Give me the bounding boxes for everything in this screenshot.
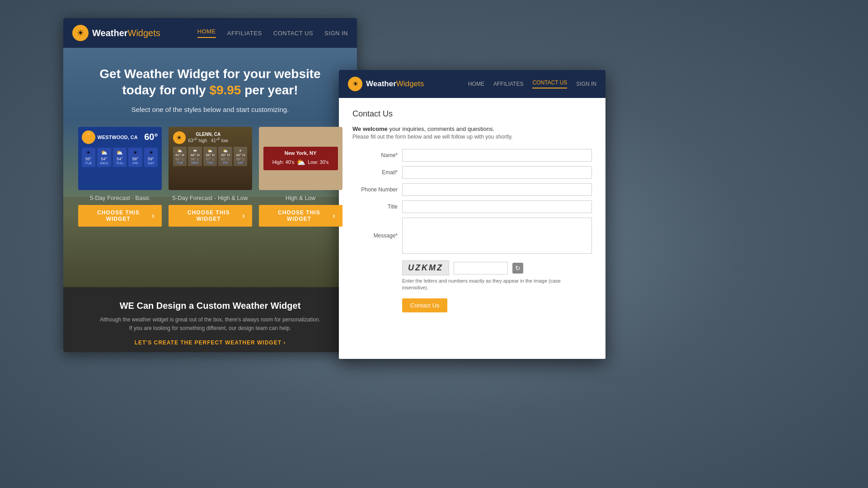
widget-basic-city: WESTWOOD, CA (98, 135, 138, 140)
form-input-message[interactable] (402, 218, 592, 254)
form-label-name: Name* (352, 152, 402, 158)
custom-link[interactable]: LET'S CREATE THE PERFECT WEATHER WIDGET … (81, 339, 339, 346)
widget-basic-temp: 60° (144, 132, 158, 142)
hero-price: $9.95 (209, 83, 241, 97)
logo-brand: Weather (92, 28, 128, 38)
form-input-email[interactable] (402, 166, 592, 179)
widget-preview-hilo: ☀ GLENN, CA 63°F high 41°F low ⛅ 41° H 6… (169, 127, 252, 190)
widget-ny-label: High & Low (259, 195, 343, 201)
contact-form-title: Contact Us (352, 109, 592, 119)
widget-cards: WESTWOOD, CA 60° ☀55°TUE ⛅54°WED ⛅54°THU… (72, 127, 348, 227)
main-nav: HOME AFFILIATES CONTACT US SIGN IN (197, 28, 348, 38)
captcha-refresh-button[interactable]: ↻ (512, 263, 523, 274)
captcha-note: Enter the letters and numbers exactly as… (402, 278, 592, 292)
nav-contact[interactable]: CONTACT US (273, 30, 313, 37)
contact-submit-button[interactable]: Contact Us (402, 298, 447, 312)
contact-welcome-sub: Please fill out the form below and we wi… (352, 134, 592, 140)
logo-area: ☀ WeatherWidgets (72, 25, 160, 41)
custom-desc-line2: If you are looking for something differe… (129, 325, 291, 331)
widget-ny-temps: High: 40's ⛅ Low: 30's (269, 158, 333, 167)
widget-basic-days: ☀55°TUE ⛅54°WED ⛅54°THU ☀58°FRI ☀59°SAT (82, 148, 158, 167)
form-label-phone: Phone Number (352, 186, 402, 193)
form-label-email: Email* (352, 169, 402, 176)
main-window: ☀ WeatherWidgets HOME AFFILIATES CONTACT… (63, 18, 357, 352)
form-label-title: Title (352, 204, 402, 210)
nav-affiliates[interactable]: AFFILIATES (227, 30, 262, 37)
captcha-image: UZKMZ (402, 260, 449, 275)
widget-basic-label: 5-Day Forecast - Basic (78, 195, 162, 201)
contact-logo-area: ☀ WeatherWidgets (348, 77, 424, 91)
contact-logo-text: WeatherWidgets (366, 79, 424, 88)
main-header: ☀ WeatherWidgets HOME AFFILIATES CONTACT… (63, 18, 357, 48)
contact-header: ☀ WeatherWidgets HOME AFFILIATES CONTACT… (339, 70, 605, 98)
contact-nav-affiliates[interactable]: AFFILIATES (493, 81, 523, 87)
form-label-message: Message* (352, 232, 402, 239)
form-row-title: Title (352, 200, 592, 213)
widget-ny-city: New York, NY (269, 150, 333, 156)
choose-widget-basic-button[interactable]: CHOOSE THIS WIDGET › (78, 205, 162, 227)
choose-widget-hilo-button[interactable]: CHOOSE THIS WIDGET › (169, 205, 252, 227)
widget-hilo-sun: ☀ (173, 131, 186, 144)
choose-widget-basic-arrow: › (152, 212, 155, 220)
choose-widget-hilo-arrow: › (242, 212, 245, 220)
widget-sun-icon (82, 130, 95, 144)
nav-home[interactable]: HOME (197, 28, 216, 38)
logo-icon: ☀ (72, 25, 89, 41)
widget-ny-inner: New York, NY High: 40's ⛅ Low: 30's (263, 147, 338, 170)
logo-suffix: Widgets (128, 28, 160, 38)
form-row-message: Message* (352, 218, 592, 254)
choose-widget-basic-label: CHOOSE THIS WIDGET (85, 209, 152, 222)
contact-welcome: We welcome your inquiries, comments and … (352, 125, 592, 132)
form-input-phone[interactable] (402, 183, 592, 196)
widget-preview-ny: New York, NY High: 40's ⛅ Low: 30's (259, 127, 343, 190)
captcha-note-line2: insensitive). (402, 285, 428, 290)
widget-card-basic: WESTWOOD, CA 60° ☀55°TUE ⛅54°WED ⛅54°THU… (78, 127, 162, 227)
form-input-title[interactable] (402, 200, 592, 213)
widget-hilo-label: 5-Day Forecast - High & Low (169, 195, 252, 201)
contact-body: Contact Us We welcome your inquiries, co… (339, 98, 605, 324)
form-row-email: Email* (352, 166, 592, 179)
captcha-note-line1: Enter the letters and numbers exactly as… (402, 278, 561, 284)
custom-link-text: LET'S CREATE THE PERFECT WEATHER WIDGET (135, 339, 282, 346)
custom-desc-line1: Although the weather widget is great out… (100, 316, 320, 323)
choose-widget-hilo-label: CHOOSE THIS WIDGET (175, 209, 243, 222)
contact-nav-home[interactable]: HOME (468, 81, 484, 87)
custom-section: WE Can Design a Custom Weather Widget Al… (63, 287, 357, 352)
contact-nav: HOME AFFILIATES CONTACT US SIGN IN (468, 79, 596, 88)
form-row-name: Name* (352, 149, 592, 162)
captcha-input[interactable] (454, 262, 508, 274)
contact-logo-suffix: Widgets (396, 79, 424, 88)
contact-logo-brand: Weather (366, 79, 396, 88)
choose-widget-ny-button[interactable]: CHOOSE THIS WIDGET › (259, 205, 343, 227)
contact-nav-contact[interactable]: CONTACT US (532, 79, 567, 88)
custom-desc: Although the weather widget is great out… (81, 316, 339, 333)
widget-hilo-temps: 63°F high 41°F low (188, 137, 228, 143)
form-input-name[interactable] (402, 149, 592, 162)
hero-section: Get Weather Widget for your website toda… (63, 48, 357, 287)
nav-signin[interactable]: SIGN IN (324, 30, 348, 37)
logo-text: WeatherWidgets (92, 28, 160, 38)
contact-logo-icon: ☀ (348, 77, 362, 91)
captcha-row: UZKMZ ↻ (402, 260, 592, 275)
choose-widget-ny-arrow: › (333, 212, 335, 220)
contact-window: ☀ WeatherWidgets HOME AFFILIATES CONTACT… (339, 70, 605, 359)
widget-card-ny: New York, NY High: 40's ⛅ Low: 30's High… (259, 127, 343, 227)
widget-hilo-rows: ⛅ 41° H 63° L TUE 🌧 46° H 58° L WED (173, 147, 248, 166)
hero-title: Get Weather Widget for your website toda… (72, 66, 348, 99)
widget-hilo-city: GLENN, CA (188, 132, 228, 137)
custom-title: WE Can Design a Custom Weather Widget (81, 301, 339, 311)
contact-nav-signin[interactable]: SIGN IN (576, 81, 596, 87)
choose-widget-ny-label: CHOOSE THIS WIDGET (266, 209, 333, 222)
widget-card-hilo: ☀ GLENN, CA 63°F high 41°F low ⛅ 41° H 6… (169, 127, 252, 227)
widget-preview-basic: WESTWOOD, CA 60° ☀55°TUE ⛅54°WED ⛅54°THU… (78, 127, 162, 190)
hero-subtitle: Select one of the styles below and start… (72, 106, 348, 113)
svg-line-3 (92, 133, 93, 134)
form-row-phone: Phone Number (352, 183, 592, 196)
